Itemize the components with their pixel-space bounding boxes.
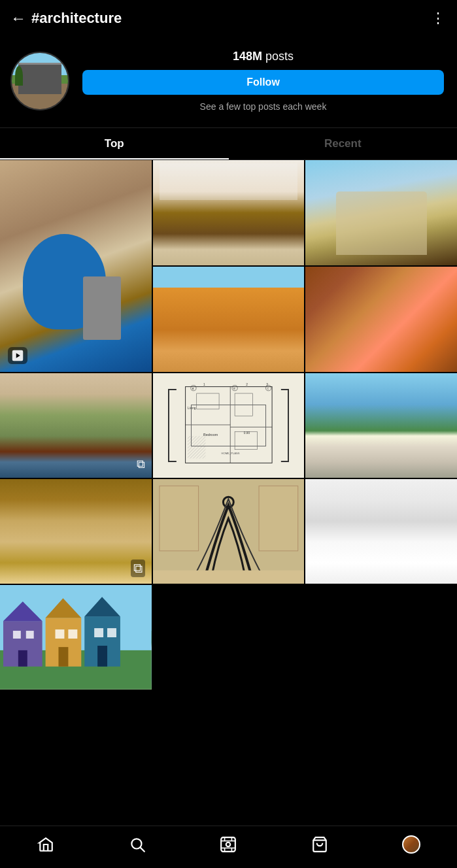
svg-rect-39 bbox=[13, 631, 21, 639]
grid-item-11[interactable] bbox=[305, 479, 457, 584]
svg-text:1: 1 bbox=[203, 383, 205, 386]
back-button[interactable]: ← bbox=[10, 9, 26, 27]
svg-text:2: 2 bbox=[246, 383, 248, 386]
grid-item-4[interactable] bbox=[153, 267, 305, 372]
content-tabs: Top Recent bbox=[0, 128, 457, 160]
svg-line-49 bbox=[141, 848, 144, 852]
svg-rect-43 bbox=[94, 628, 103, 637]
stair-svg bbox=[153, 479, 305, 584]
grid-item-3[interactable] bbox=[305, 160, 457, 265]
profile-avatar bbox=[402, 835, 420, 854]
grid-item-8[interactable] bbox=[305, 373, 457, 478]
posts-grid: ⧉ Bedroom Living A bbox=[0, 160, 457, 690]
tab-top[interactable]: Top bbox=[0, 128, 229, 159]
post-image-5 bbox=[305, 267, 457, 372]
post-image-11 bbox=[305, 479, 457, 584]
grid-item-5[interactable] bbox=[305, 267, 457, 372]
more-options-button[interactable]: ⋮ bbox=[431, 10, 447, 27]
grid-item-10[interactable] bbox=[153, 479, 305, 584]
search-icon bbox=[128, 835, 146, 854]
svg-rect-45 bbox=[18, 650, 27, 667]
home-svg bbox=[37, 836, 54, 853]
svg-text:B: B bbox=[233, 387, 235, 390]
svg-text:Living: Living bbox=[188, 407, 196, 410]
search-svg bbox=[129, 836, 146, 853]
svg-rect-46 bbox=[58, 647, 68, 667]
post-image-6: ⧉ bbox=[0, 373, 152, 478]
nav-search[interactable] bbox=[120, 833, 154, 856]
header-left: ← #architecture bbox=[10, 9, 122, 27]
grid-item-7[interactable]: Bedroom Living A B C 1 2 3 HOME_PLANS 0.… bbox=[153, 373, 305, 478]
posts-count: 148M posts bbox=[82, 50, 444, 63]
svg-text:C: C bbox=[267, 387, 269, 390]
nav-home[interactable] bbox=[29, 833, 63, 856]
post-image-12 bbox=[0, 585, 152, 690]
page-title: #architecture bbox=[31, 10, 122, 27]
svg-rect-40 bbox=[26, 631, 34, 639]
svg-rect-27 bbox=[153, 571, 305, 584]
post-image-1 bbox=[0, 160, 152, 372]
bottom-spacer bbox=[0, 690, 457, 742]
post-image-8 bbox=[305, 373, 457, 478]
shop-icon bbox=[311, 835, 329, 854]
post-image-3 bbox=[305, 160, 457, 265]
reels-svg bbox=[220, 836, 237, 853]
hashtag-avatar bbox=[10, 52, 69, 110]
svg-text:HOME_PLANS: HOME_PLANS bbox=[221, 452, 239, 455]
layers-icon: ⧉ bbox=[137, 458, 145, 471]
shop-svg bbox=[311, 836, 328, 853]
nav-reels[interactable] bbox=[211, 833, 245, 856]
svg-rect-42 bbox=[68, 629, 77, 639]
svg-rect-41 bbox=[56, 629, 65, 639]
svg-rect-23 bbox=[188, 436, 205, 458]
grid-item-9[interactable]: ⧉ bbox=[0, 479, 152, 584]
profile-section: 148M posts Follow See a few top posts ea… bbox=[0, 37, 457, 122]
svg-text:A: A bbox=[192, 387, 194, 390]
grid-item-2[interactable] bbox=[153, 160, 305, 265]
svg-rect-50 bbox=[222, 837, 236, 852]
post-image-9: ⧉ bbox=[0, 479, 152, 584]
multi-photo-icon: ⧉ bbox=[131, 559, 145, 577]
svg-rect-29 bbox=[259, 486, 298, 550]
follow-description: See a few top posts each week bbox=[82, 101, 444, 112]
svg-rect-44 bbox=[107, 628, 116, 637]
post-image-10 bbox=[153, 479, 305, 584]
follow-button[interactable]: Follow bbox=[82, 70, 444, 95]
reel-icon bbox=[8, 347, 27, 364]
svg-text:3: 3 bbox=[266, 383, 268, 386]
grid-item-1[interactable] bbox=[0, 160, 152, 372]
floor-plan-svg: Bedroom Living A B C 1 2 3 HOME_PLANS 0.… bbox=[153, 373, 305, 478]
svg-rect-28 bbox=[160, 486, 199, 550]
play-icon bbox=[12, 350, 24, 361]
grid-item-12[interactable] bbox=[0, 585, 152, 690]
profile-info: 148M posts Follow See a few top posts ea… bbox=[82, 50, 444, 112]
nav-shop[interactable] bbox=[303, 833, 337, 856]
avatar-image bbox=[12, 53, 68, 109]
nav-profile[interactable] bbox=[394, 833, 428, 856]
header: ← #architecture ⋮ bbox=[0, 0, 457, 37]
home-icon bbox=[37, 835, 55, 854]
grid-item-6[interactable]: ⧉ bbox=[0, 373, 152, 478]
svg-rect-47 bbox=[97, 646, 107, 667]
reels-icon bbox=[219, 835, 237, 854]
post-image-2 bbox=[153, 160, 305, 265]
post-image-7: Bedroom Living A B C 1 2 3 HOME_PLANS 0.… bbox=[153, 373, 305, 478]
bottom-navigation bbox=[0, 826, 457, 868]
svg-point-51 bbox=[226, 843, 231, 847]
svg-text:0.90: 0.90 bbox=[243, 431, 250, 435]
post-image-4 bbox=[153, 267, 305, 372]
houses-svg bbox=[0, 585, 152, 690]
svg-text:Bedroom: Bedroom bbox=[203, 433, 218, 437]
tab-recent[interactable]: Recent bbox=[229, 128, 458, 159]
